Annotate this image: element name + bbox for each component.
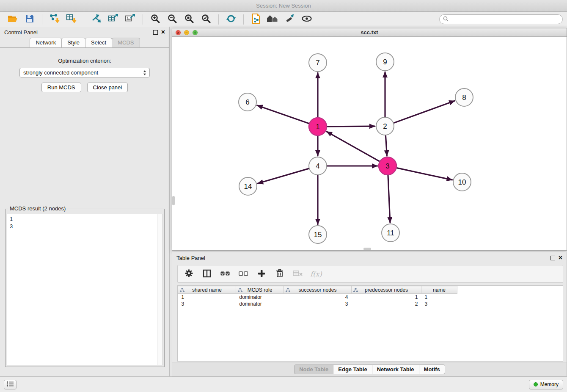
close-mcds-panel-button[interactable]: Close panel xyxy=(87,83,128,92)
tab-network[interactable]: Network xyxy=(30,38,62,47)
node-1[interactable]: 1 xyxy=(309,118,327,135)
edge-3-10[interactable] xyxy=(396,168,452,180)
node-10[interactable]: 10 xyxy=(453,173,471,191)
eye-icon xyxy=(301,14,312,24)
document-network-icon xyxy=(251,13,261,25)
zoom-selected-button[interactable] xyxy=(198,13,215,26)
zoom-fit-button[interactable] xyxy=(181,13,198,26)
network-graph: 1234678910111415 xyxy=(172,37,567,251)
tab-mcds[interactable]: MCDS xyxy=(112,38,140,47)
search-input[interactable] xyxy=(451,16,559,22)
apply-layout-button[interactable] xyxy=(223,13,239,26)
table-row[interactable]: 3dominator323 xyxy=(178,301,563,307)
edge-3-11[interactable] xyxy=(388,175,390,223)
tab-network-table[interactable]: Network Table xyxy=(372,364,419,374)
app-title: Session: New Session xyxy=(256,3,311,9)
float-panel-icon[interactable] xyxy=(153,30,158,35)
save-session-button[interactable] xyxy=(21,13,38,26)
result-line: 3 xyxy=(10,223,154,230)
arrows-icon xyxy=(91,14,102,25)
toolbar-separator xyxy=(143,14,143,25)
run-mcds-button[interactable]: Run MCDS xyxy=(41,83,81,92)
node-3[interactable]: 3 xyxy=(379,157,396,175)
svg-text:8: 8 xyxy=(462,94,466,102)
edge-4-14[interactable] xyxy=(258,168,309,183)
window-close-icon[interactable]: × xyxy=(176,30,181,35)
node-14[interactable]: 14 xyxy=(239,177,257,195)
table-header-row: shared name MCDS role successor nodes pr… xyxy=(178,286,563,294)
deselect-all-button[interactable] xyxy=(237,268,249,280)
edge-2-8[interactable] xyxy=(394,101,455,123)
tab-node-table[interactable]: Node Table xyxy=(294,364,333,374)
window-zoom-icon[interactable]: + xyxy=(193,30,198,35)
window-minimize-icon[interactable]: − xyxy=(184,30,189,35)
home-button[interactable] xyxy=(264,13,281,26)
search-icon xyxy=(443,16,449,23)
search-box[interactable] xyxy=(439,14,563,24)
export-table-icon xyxy=(108,14,119,25)
open-session-button[interactable] xyxy=(4,13,21,26)
result-scrollbar[interactable] xyxy=(157,214,162,365)
close-panel-icon[interactable]: × xyxy=(161,29,165,36)
function-builder-button[interactable]: f(x) xyxy=(310,268,322,280)
node-6[interactable]: 6 xyxy=(239,93,256,111)
select-all-button[interactable] xyxy=(219,268,231,280)
zoom-in-button[interactable] xyxy=(147,13,164,26)
edge-2-3[interactable] xyxy=(385,135,387,156)
column-header-shared-name[interactable]: shared name xyxy=(178,286,236,294)
horizontal-scrollbar-thumb[interactable] xyxy=(363,248,371,250)
task-history-button[interactable] xyxy=(4,380,17,389)
import-table-button[interactable] xyxy=(63,13,80,26)
style-brush-button[interactable] xyxy=(281,13,298,26)
edge-1-6[interactable] xyxy=(257,105,310,124)
table-cell: dominator xyxy=(236,294,284,301)
clone-network-button[interactable] xyxy=(248,13,264,26)
table-settings-button[interactable] xyxy=(183,268,195,280)
network-window-titlebar: × − + scc.txt xyxy=(172,28,567,37)
node-8[interactable]: 8 xyxy=(455,88,473,106)
delete-table-button[interactable] xyxy=(292,268,304,280)
export-network-button[interactable] xyxy=(88,13,105,26)
mcds-result-box: MCDS result (2 nodes) 13 xyxy=(5,209,165,367)
toolbar-separator xyxy=(42,14,42,25)
tab-edge-table[interactable]: Edge Table xyxy=(333,364,372,374)
node-4[interactable]: 4 xyxy=(309,157,327,175)
node-2[interactable]: 2 xyxy=(376,117,394,135)
export-image-button[interactable] xyxy=(122,13,139,26)
memory-label: Memory xyxy=(540,381,559,387)
zoom-out-button[interactable] xyxy=(164,13,181,26)
import-network-icon xyxy=(49,14,60,25)
node-11[interactable]: 11 xyxy=(382,224,399,242)
table-row[interactable]: 1dominator411 xyxy=(178,294,563,301)
column-header-filler xyxy=(457,286,563,294)
network-canvas[interactable]: 1234678910111415 xyxy=(172,37,567,250)
node-7[interactable]: 7 xyxy=(309,54,327,72)
close-table-panel-icon[interactable]: × xyxy=(559,254,562,261)
column-header-predecessor-nodes[interactable]: predecessor nodes xyxy=(352,286,421,294)
show-hide-button[interactable] xyxy=(298,13,315,26)
edge-1-2[interactable] xyxy=(327,126,375,127)
svg-text:9: 9 xyxy=(383,58,387,66)
delete-column-button[interactable] xyxy=(274,268,286,280)
export-table-button[interactable] xyxy=(105,13,122,26)
column-header-mcds-role[interactable]: MCDS role xyxy=(236,286,284,294)
node-9[interactable]: 9 xyxy=(376,53,394,71)
tab-motifs[interactable]: Motifs xyxy=(419,364,445,374)
show-column-button[interactable] xyxy=(201,268,213,280)
float-table-panel-icon[interactable] xyxy=(550,256,555,260)
column-header-successor-nodes[interactable]: successor nodes xyxy=(284,286,352,294)
vertical-scrollbar-thumb[interactable] xyxy=(172,196,175,205)
tab-style[interactable]: Style xyxy=(61,38,85,47)
tab-select[interactable]: Select xyxy=(85,38,112,47)
control-panel: Control Panel × Network Style Select MCD… xyxy=(0,27,170,376)
control-panel-title: Control Panel xyxy=(4,29,38,36)
memory-button[interactable]: Memory xyxy=(529,380,563,389)
add-column-button[interactable] xyxy=(256,268,267,280)
optimization-select[interactable]: strongly connected component xyxy=(19,68,150,77)
node-15[interactable]: 15 xyxy=(309,226,327,243)
column-header-name[interactable]: name xyxy=(421,286,457,294)
import-network-button[interactable] xyxy=(46,13,63,26)
network-window: × − + scc.txt 1234678910111415 xyxy=(172,28,567,251)
edge-3-1[interactable] xyxy=(327,132,380,162)
column-type-icon xyxy=(286,288,290,294)
